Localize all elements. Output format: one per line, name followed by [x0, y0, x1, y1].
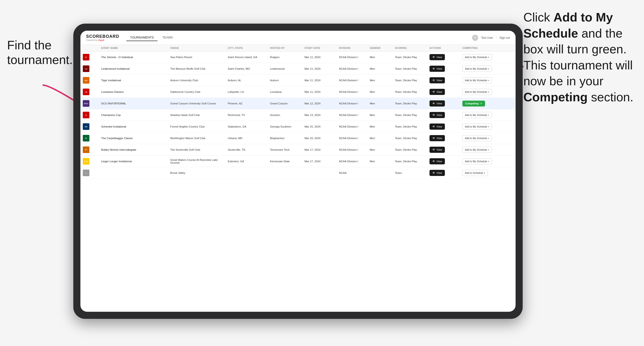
cell-logo: GS — [80, 121, 99, 133]
left-annotation-line2: tournament. — [7, 53, 73, 67]
cell-event-name — [99, 167, 168, 179]
view-button[interactable]: 👁View — [430, 112, 445, 118]
cell-scoring: Team, Stroke Play — [392, 109, 427, 121]
add-schedule-label: Add to My Schedule + — [465, 56, 489, 59]
add-to-schedule-button[interactable]: Add to My Schedule + — [462, 147, 492, 153]
eye-icon: 👁 — [432, 113, 435, 117]
cell-hosted: Georgia Southern — [268, 121, 302, 133]
table-row: LALouisiana ClassicsOakbourne Country Cl… — [80, 86, 516, 98]
cell-city: Saint Charles, MO — [226, 63, 268, 75]
cell-venue: The Missouri Bluffs Golf Club — [168, 63, 226, 75]
view-button[interactable]: 👁View — [430, 124, 445, 130]
add-to-schedule-button[interactable]: Add to My Schedule + — [462, 77, 492, 83]
cell-venue: Grand Canyon University Golf Course — [168, 98, 226, 109]
add-to-schedule-button[interactable]: Add to My Schedule + — [462, 89, 492, 95]
cell-logo: AU — [80, 75, 99, 86]
cell-gender: Men — [367, 51, 392, 63]
cell-city: Auburn, AL — [226, 75, 268, 86]
cell-competing: Add to My Schedule + — [460, 75, 516, 86]
col-header-scoring: SCORING — [392, 45, 427, 51]
cell-scoring: Team, Stroke Play — [392, 75, 427, 86]
cell-division: NCAA Division I — [336, 109, 367, 121]
check-icon: ✓ — [480, 102, 482, 105]
cell-competing: Add to Schedule + — [460, 167, 516, 179]
nav-tab-teams[interactable]: TEAMS — [158, 34, 177, 41]
view-label: View — [436, 114, 442, 116]
view-button[interactable]: 👁View — [430, 77, 445, 83]
view-label: View — [436, 79, 442, 82]
view-button[interactable]: 👁View — [430, 66, 445, 72]
cell-date: Mar 11, 2024 — [302, 75, 336, 86]
cell-gender: Men — [367, 156, 392, 167]
eye-icon: 👁 — [432, 102, 435, 105]
add-schedule-label: Add to Schedule + — [465, 172, 485, 174]
cell-logo: GCU — [80, 98, 99, 109]
cell-venue: Sea Palms Resort — [168, 51, 226, 63]
right-annotation: Click Add to My Schedule and the box wil… — [524, 9, 637, 105]
cell-division: NCAA Division I — [336, 51, 367, 63]
table-row: HChampions CupShadow Hawk Golf ClubRichm… — [80, 109, 516, 121]
cell-logo: LU — [80, 63, 99, 75]
cell-scoring: Team, Stroke Play — [392, 133, 427, 144]
cell-city: Saint Simons Island, GA — [226, 51, 268, 63]
cell-actions: 👁View — [427, 51, 460, 63]
add-to-schedule-button[interactable]: Add to My Schedule + — [462, 135, 492, 141]
cell-competing: Competing ✓ — [460, 98, 516, 109]
view-button[interactable]: 👁View — [430, 89, 445, 95]
add-to-schedule-button[interactable]: Add to My Schedule + — [462, 112, 492, 118]
cell-hosted: Binghamton — [268, 133, 302, 144]
cell-venue: Worthington Manor Golf Club — [168, 133, 226, 144]
add-to-schedule-button[interactable]: Add to My Schedule + — [462, 124, 492, 130]
cell-division: NCAA Division I — [336, 144, 367, 156]
table-body: RThe Johnnie - O IndividualSea Palms Res… — [80, 51, 516, 179]
competing-button[interactable]: Competing ✓ — [462, 101, 485, 107]
view-button[interactable]: 👁View — [430, 135, 445, 141]
col-header-event: EVENT NAME — [99, 45, 168, 51]
view-button[interactable]: 👁View — [430, 147, 445, 153]
cell-competing: Add to My Schedule + — [460, 121, 516, 133]
sign-out-link[interactable]: Sign out — [500, 36, 510, 39]
cell-event-name: The Carpetbagger Classic — [99, 133, 168, 144]
add-schedule-label: Add to My Schedule + — [465, 137, 489, 140]
add-to-schedule-button[interactable]: Add to My Schedule + — [462, 66, 492, 72]
cell-city: Eatonton, GA — [226, 156, 268, 167]
col-header-actions: ACTIONS — [427, 45, 460, 51]
view-button[interactable]: 👁View — [430, 54, 445, 60]
cell-date: Mar 12, 2024 — [302, 98, 336, 109]
cell-competing: Add to My Schedule + — [460, 133, 516, 144]
add-to-schedule-button[interactable]: Add to My Schedule + — [462, 54, 492, 60]
cell-venue: Auburn University Club — [168, 75, 226, 86]
cell-logo: — — [80, 167, 99, 179]
cell-competing: Add to My Schedule + — [460, 144, 516, 156]
cell-hosted: Auburn — [268, 75, 302, 86]
table-row: TTBobby Nichols IntercollegiateThe Sevie… — [80, 144, 516, 156]
cell-date: Mar 11, 2024 — [302, 51, 336, 63]
add-to-schedule-button[interactable]: Add to My Schedule + — [462, 158, 492, 164]
eye-icon: 👁 — [432, 171, 435, 174]
cell-scoring: Team, — [392, 167, 427, 179]
cell-actions: 👁View — [427, 167, 460, 179]
table-container: EVENT NAME VENUE CITY, STATE HOSTED BY S… — [80, 45, 516, 312]
add-schedule-label: Add to My Schedule + — [465, 148, 489, 151]
cell-date: Mar 16, 2024 — [302, 133, 336, 144]
view-button[interactable]: 👁View — [430, 100, 445, 107]
view-button[interactable]: 👁View — [430, 170, 445, 176]
cell-scoring: Team, Stroke Play — [392, 86, 427, 98]
cell-gender: Men — [367, 121, 392, 133]
cell-gender: Men — [367, 75, 392, 86]
cell-city: Lafayette, LA — [226, 86, 268, 98]
cell-venue: Brook Valley — [168, 167, 226, 179]
cell-venue: Shadow Hawk Golf Club — [168, 109, 226, 121]
cell-competing: Add to My Schedule + — [460, 63, 516, 75]
cell-logo: TT — [80, 144, 99, 156]
cell-hosted — [268, 167, 302, 179]
cell-event-name: Linger Longer Invitational — [99, 156, 168, 167]
cell-logo: KSU — [80, 156, 99, 167]
view-button[interactable]: 👁View — [430, 158, 445, 164]
cell-scoring: Team, Stroke Play — [392, 121, 427, 133]
nav-tab-tournaments[interactable]: TOURNAMENTS — [126, 34, 158, 41]
table-row: KSULinger Longer InvitationalGreat Water… — [80, 156, 516, 167]
add-to-schedule-button[interactable]: Add to Schedule + — [462, 170, 488, 176]
cell-date: Mar 15, 2024 — [302, 121, 336, 133]
cell-date: Mar 17, 2024 — [302, 156, 336, 167]
